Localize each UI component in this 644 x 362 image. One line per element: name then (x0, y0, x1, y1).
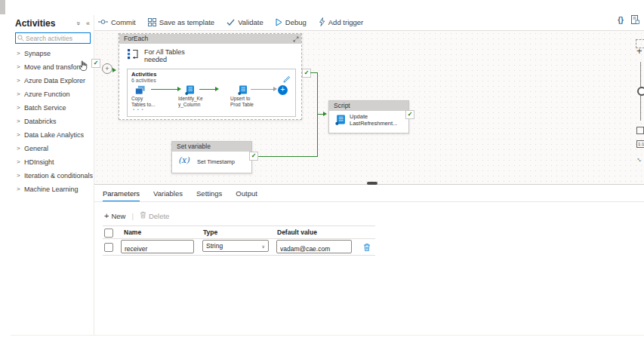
mouse-hand-cursor (79, 60, 88, 72)
chevron-right-icon: > (17, 87, 20, 101)
sidebar-item-synapse[interactable]: >Synapse (11, 47, 94, 60)
add-trigger-button[interactable]: Add trigger (319, 17, 363, 26)
tab-settings[interactable]: Settings (196, 189, 222, 202)
foreach-activities-container[interactable]: Activities 6 activities Copy Tables to..… (127, 69, 296, 117)
parameter-name-input[interactable] (122, 243, 193, 255)
toolbar-right-icons: {} (618, 15, 639, 24)
table-border (103, 255, 375, 256)
script-status-check-icon: ✓ (405, 110, 414, 119)
activities-group-title: Activities (131, 71, 156, 78)
actions-separator: | (131, 212, 133, 220)
connector-line (317, 72, 318, 157)
sidebar-item-databricks[interactable]: >Databricks (11, 115, 94, 128)
connector-line (310, 72, 317, 73)
delete-parameter-button[interactable]: Delete (140, 211, 169, 220)
debug-button[interactable]: Debug (276, 18, 307, 26)
script-activity-node[interactable]: Script Update LastRefreshment... (328, 100, 409, 133)
row-checkbox[interactable] (104, 243, 113, 252)
config-tabs: Parameters Variables Settings Output (103, 189, 257, 202)
parameter-default-value-input[interactable] (277, 243, 351, 255)
code-view-icon[interactable]: {} (618, 16, 624, 24)
column-header-type: Type (203, 229, 217, 236)
parameters-actions: + New | Delete (104, 211, 169, 220)
activities-group-count: 6 activities (131, 78, 156, 83)
chevron-right-icon: > (17, 128, 20, 142)
copy-activity-label: Copy Tables to... (131, 96, 160, 107)
validate-button[interactable]: Validate (226, 18, 263, 26)
tab-output[interactable]: Output (236, 189, 257, 202)
expand-icon[interactable] (293, 35, 299, 45)
upsert-activity-label: Upsert to Prod Table (230, 96, 262, 107)
sidebar-item-general[interactable]: >General (11, 142, 94, 155)
script-header[interactable]: Script (329, 101, 408, 111)
sidebar-item-iteration-conditionals[interactable]: >Iteration & conditionals (11, 169, 94, 183)
template-grid-icon (148, 18, 156, 26)
sidebar-item-machine-learning[interactable]: >Machine Learning (11, 183, 94, 196)
chevron-right-icon: > (17, 74, 20, 87)
edit-pencil-icon[interactable] (283, 72, 291, 86)
foreach-activity-node[interactable]: ForEach For All Tables needed Activities… (119, 33, 302, 120)
pipeline-toolbar: Commit Save as template Validate Debug (98, 15, 363, 29)
add-activity-button[interactable]: + (278, 85, 288, 95)
connector-line (317, 114, 323, 115)
set-variable-header[interactable]: Set variable (172, 142, 251, 152)
tab-variables[interactable]: Variables (153, 189, 183, 202)
script-icon (335, 115, 346, 128)
set-variable-activity-node[interactable]: Set variable (x) Set Timestamp (171, 141, 252, 173)
select-all-checkbox[interactable] (104, 229, 113, 238)
activities-search-box[interactable] (15, 32, 91, 44)
sidebar-item-azure-function[interactable]: >Azure Function (11, 87, 94, 101)
foreach-header[interactable]: ForEach (119, 34, 301, 44)
input-status-check-icon: ✓ (91, 59, 100, 68)
collapse-all-icon[interactable]: » (76, 20, 80, 27)
sidebar-item-batch-service[interactable]: >Batch Service (11, 101, 94, 115)
parameter-name-field[interactable] (121, 240, 194, 253)
activity-connector (151, 89, 179, 90)
add-connector-button[interactable]: + (102, 63, 112, 74)
activity-connector-arrowhead (177, 87, 181, 91)
column-header-name: Name (124, 229, 141, 236)
activity-connector-arrowhead (215, 87, 219, 91)
zoom-slider-handle[interactable] (637, 87, 644, 96)
connector-arrowhead (112, 68, 116, 72)
chevron-right-icon: > (17, 169, 20, 183)
chevron-right-icon: > (17, 142, 20, 155)
commit-icon (98, 18, 108, 26)
plus-icon: + (104, 211, 109, 220)
properties-icon[interactable] (631, 15, 639, 24)
collapse-panel-icon[interactable]: « (86, 20, 90, 27)
chevron-right-icon: > (17, 183, 20, 196)
chevron-right-icon: > (17, 101, 20, 115)
identify-key-activity-label: Identify_Ke y_Column (178, 96, 210, 107)
chevron-right-icon: > (17, 115, 20, 128)
left-edge-panel-artifact (0, 0, 5, 14)
search-input[interactable] (24, 34, 88, 43)
zoom-to-fit-icon[interactable] (636, 127, 644, 134)
save-as-template-button[interactable]: Save as template (148, 18, 214, 26)
parameter-type-select[interactable]: String ∨ (202, 240, 269, 252)
debug-play-icon (276, 18, 282, 26)
more-activities-indicator[interactable]: • • • (133, 107, 144, 112)
trigger-lightning-icon (319, 17, 325, 26)
new-parameter-button[interactable]: + New (104, 211, 125, 220)
sidebar-item-azure-data-explorer[interactable]: >Azure Data Explorer (11, 74, 94, 87)
tab-parameters[interactable]: Parameters (103, 189, 140, 202)
adf-pipeline-editor: Activities » « >Synapse >Move and transf… (0, 0, 644, 362)
parameter-default-value-field[interactable] (276, 240, 352, 253)
delete-row-trash-icon[interactable] (363, 241, 371, 255)
sidebar-item-hdinsight[interactable]: >HDInsight (11, 155, 94, 169)
zoom-in-button[interactable]: + (636, 45, 642, 57)
splitter-grip[interactable] (367, 182, 377, 185)
commit-button[interactable]: Commit (98, 18, 136, 26)
window-bottom-edge (11, 335, 644, 336)
chevron-right-icon: > (17, 47, 20, 60)
chevron-down-icon: ∨ (262, 244, 265, 249)
sidebar-item-data-lake-analytics[interactable]: >Data Lake Analytics (11, 128, 94, 142)
script-name: Update LastRefreshment... (350, 113, 397, 127)
reset-zoom-icon[interactable]: 1:1 (636, 140, 644, 148)
connector-line (257, 156, 318, 157)
chevron-right-icon: > (17, 155, 20, 169)
table-border (103, 238, 375, 239)
validate-check-icon (226, 19, 235, 26)
pending-connector (251, 89, 275, 90)
